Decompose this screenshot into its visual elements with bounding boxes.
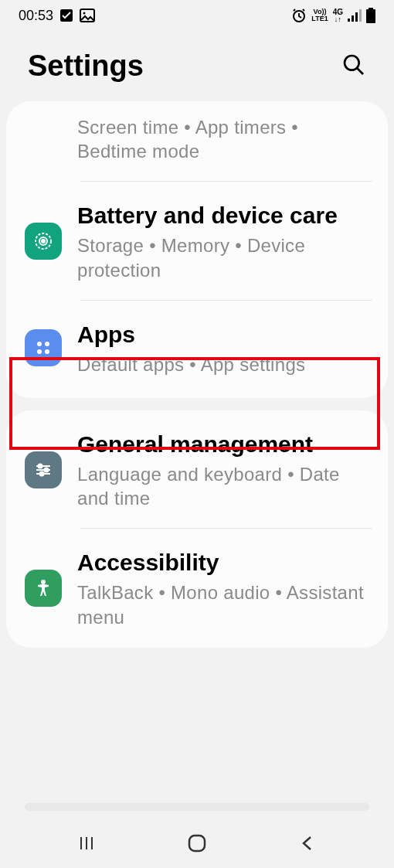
settings-item-apps[interactable]: Apps Default apps • App settings [6,301,388,398]
status-time: 00:53 [19,8,53,24]
scrollbar[interactable] [25,803,369,811]
settings-item-accessibility[interactable]: Accessibility TalkBack • Mono audio • As… [6,529,388,647]
network-indicator: 4G ↓↑ [333,9,343,23]
svg-rect-4 [348,19,350,22]
item-title: Accessibility [77,547,372,577]
device-care-icon [25,223,62,260]
item-subtitle: Default apps • App settings [77,352,372,376]
svg-point-10 [345,56,359,70]
checkmark-icon [59,9,73,22]
svg-point-18 [39,464,42,468]
accessibility-icon [25,570,62,607]
settings-header: Settings [0,31,394,101]
item-subtitle: TalkBack • Mono audio • Assistant menu [77,580,372,628]
image-icon [80,9,95,22]
apps-icon [25,329,62,366]
svg-point-20 [40,471,44,475]
settings-card: Screen time • App timers • Bedtime mode … [6,101,388,398]
home-button[interactable] [174,820,220,866]
svg-point-19 [45,468,49,471]
svg-rect-8 [369,8,373,9]
search-icon [341,53,366,77]
svg-point-16 [37,349,42,354]
svg-point-15 [45,342,49,346]
item-subtitle: Language and keyboard • Date and time [77,462,372,510]
item-subtitle: Storage • Memory • Device protection [77,233,372,281]
svg-point-17 [45,349,49,354]
nav-bar [0,819,394,868]
svg-rect-6 [355,12,358,22]
item-title: General management [77,429,372,459]
item-title: Battery and device care [77,200,372,230]
svg-rect-7 [359,9,362,22]
svg-point-2 [83,12,86,15]
svg-rect-5 [352,15,354,22]
svg-point-14 [37,342,42,346]
recents-button[interactable] [63,820,110,866]
item-subtitle: Screen time • App timers • Bedtime mode [77,115,372,163]
back-button[interactable] [284,820,331,866]
svg-rect-22 [189,836,205,851]
search-button[interactable] [341,53,366,80]
svg-point-13 [42,240,45,243]
signal-icon [348,9,362,22]
volte-indicator: Vo)) LTE1 [311,9,328,22]
svg-rect-9 [366,9,375,23]
icon-placeholder [25,115,62,163]
alarm-icon [291,8,307,23]
item-title: Apps [77,319,372,349]
settings-card: General management Language and keyboard… [6,410,388,648]
battery-icon [366,8,375,23]
status-bar: 00:53 Vo)) LTE1 4G ↓↑ [0,0,394,31]
settings-item-digital-wellbeing[interactable]: Screen time • App timers • Bedtime mode [6,101,388,182]
general-icon [25,451,62,488]
svg-point-21 [41,580,46,584]
settings-item-general-management[interactable]: General management Language and keyboard… [6,410,388,529]
settings-item-battery-device-care[interactable]: Battery and device care Storage • Memory… [6,182,388,300]
page-title: Settings [28,49,144,83]
